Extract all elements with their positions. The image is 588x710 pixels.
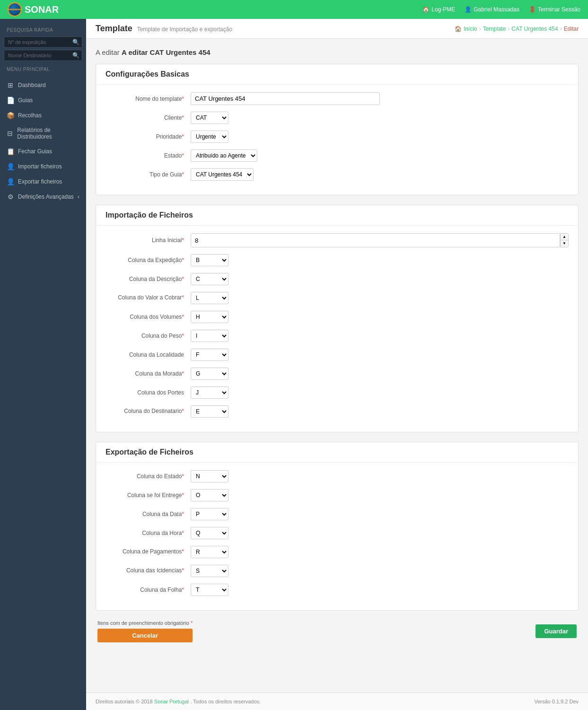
coluna-folha-control: ABCDE FGHIJ KLMNO PQRST	[191, 584, 380, 596]
coluna-portes-control: ABCDE FGHIJ	[191, 386, 380, 399]
estado-row: Estado* Atribuído ao Agente Pendente	[105, 149, 569, 162]
sidebar-item-dashboard[interactable]: ⊞ Dashboard	[0, 78, 86, 93]
coluna-destinatario-select[interactable]: ABCDE	[191, 405, 228, 418]
content-body: A editar A editar CAT Urgentes 454 Confi…	[86, 39, 588, 692]
recipient-search-input[interactable]	[4, 50, 82, 61]
sidebar-item-relatorios[interactable]: ⊟ Relatórios de Distribuidores	[0, 123, 86, 144]
nome-template-label: Nome do template*	[105, 96, 191, 102]
sidebar-item-recolhas[interactable]: 📦 Recolhas	[0, 108, 86, 123]
coluna-peso-select[interactable]: ABCDE FGHI	[191, 330, 228, 342]
coluna-foi-entregue-control: ABCDE FGHIJ KLMNO	[191, 489, 380, 501]
coluna-foi-entregue-label: Coluna se foi Entrege*	[105, 492, 191, 499]
coluna-destinatario-required: *	[182, 408, 184, 414]
estado-control: Atribuído ao Agente Pendente	[191, 149, 380, 162]
app-name: SONAR	[25, 4, 59, 15]
tipo-guia-select[interactable]: CAT Urgentes 454	[191, 168, 254, 181]
breadcrumb-editar: Editar	[564, 26, 579, 32]
coluna-portes-row: Coluna dos Portes ABCDE FGHIJ	[105, 386, 569, 399]
coluna-morada-select[interactable]: ABCDE FG	[191, 368, 228, 380]
basic-config-section: Configurações Basicas Nome do template* …	[96, 64, 579, 195]
coluna-estado-select[interactable]: ABCDE FGHIJ KLMN	[191, 470, 228, 482]
logo: SONAR	[8, 2, 59, 17]
spin-up-button[interactable]: ▲	[561, 234, 568, 240]
sidebar-item-guias[interactable]: 📄 Guias	[0, 93, 86, 108]
coluna-volumes-select[interactable]: ABCDE FGH	[191, 311, 228, 323]
breadcrumb-sep-2: ›	[508, 26, 509, 32]
cliente-label: Cliente*	[105, 114, 191, 121]
coluna-portes-select[interactable]: ABCDE FGHIJ	[191, 386, 228, 399]
coluna-valor-cobrar-select[interactable]: ABCDE FGHIJ KL	[191, 292, 228, 304]
coluna-expedicao-required: *	[182, 257, 184, 263]
importacao-title: Importação de Ficheiros	[96, 205, 578, 226]
cancel-button[interactable]: Cancelar	[97, 629, 193, 642]
brand-link[interactable]: Sonar Portugal	[154, 699, 189, 704]
coluna-localidade-row: Coluna da Localidade ABCDE F	[105, 349, 569, 361]
copyright-text: Direitos autoriais © 2018	[96, 699, 153, 704]
linha-inicial-control: ▲ ▼	[191, 233, 569, 247]
coluna-pagamentos-select[interactable]: ABCDE FGHIJ KLMNO PQR	[191, 546, 228, 558]
coluna-estado-row: Coluna do Estado* ABCDE FGHIJ KLMN	[105, 470, 569, 482]
sidebar-item-importar[interactable]: 👤 Importar ficheiros	[0, 159, 86, 174]
nome-template-required: *	[182, 96, 184, 102]
coluna-expedicao-select[interactable]: ABCDE FGHIJ	[191, 254, 228, 266]
coluna-data-control: ABCDE FGHIJ KLMNO P	[191, 508, 380, 520]
coluna-pagamentos-control: ABCDE FGHIJ KLMNO PQR	[191, 546, 380, 558]
relatorios-icon: ⊟	[7, 130, 13, 137]
coluna-localidade-label: Coluna da Localidade	[105, 351, 191, 358]
sidebar-item-definicoes[interactable]: ⚙ Definições Avançadas ‹	[0, 189, 86, 204]
cancel-col: Itens com de preenchimento obrigatório *…	[97, 620, 193, 642]
definicoes-icon: ⚙	[7, 193, 14, 201]
logo-globe-icon	[8, 2, 22, 17]
cliente-select[interactable]: CAT	[191, 112, 228, 124]
coluna-hora-select[interactable]: ABCDE FGHIJ KLMNO PQ	[191, 527, 228, 539]
prioridade-label: Prioridade*	[105, 133, 191, 140]
breadcrumb-cat-urgentes[interactable]: CAT Urgentes 454	[511, 26, 558, 32]
coluna-foi-entregue-select[interactable]: ABCDE FGHIJ KLMNO	[191, 489, 228, 501]
logout-link[interactable]: 🚪 Terminar Sessão	[529, 6, 580, 13]
edit-name: A editar CAT Urgentes 454	[122, 48, 211, 56]
sidebar-item-relatorios-label: Relatórios de Distribuidores	[17, 127, 79, 140]
log-pme-link[interactable]: 🏠 Log-PME	[422, 6, 455, 13]
coluna-data-select[interactable]: ABCDE FGHIJ KLMNO P	[191, 508, 228, 520]
user-name: Gabriel Massadas	[474, 6, 519, 13]
coluna-icidencias-control: ABCDE FGHIJ KLMNO PQRS	[191, 565, 380, 577]
nome-template-input[interactable]	[191, 92, 380, 105]
prioridade-required: *	[182, 133, 184, 140]
breadcrumb-template[interactable]: Template	[483, 26, 506, 32]
sidebar-item-exportar[interactable]: 👤 Exportar ficheiros	[0, 174, 86, 189]
log-pme-label: Log-PME	[431, 6, 455, 13]
estado-select[interactable]: Atribuído ao Agente Pendente	[191, 149, 257, 162]
sidebar-item-recolhas-label: Recolhas	[18, 112, 42, 119]
linha-inicial-input[interactable]	[191, 233, 560, 247]
expedition-search-input[interactable]	[4, 36, 82, 48]
user-link[interactable]: 👤 Gabriel Massadas	[465, 6, 519, 13]
user-icon: 👤	[465, 6, 472, 13]
recolhas-icon: 📦	[7, 112, 14, 119]
coluna-icidencias-label: Coluna das Icidencias*	[105, 567, 191, 575]
edit-title: A editar A editar CAT Urgentes 454	[96, 48, 579, 56]
page-header-left: Template Template de Importação e export…	[96, 24, 232, 34]
basic-config-title: Configurações Basicas	[96, 64, 578, 85]
coluna-descricao-select[interactable]: ABCDE FGHIJ	[191, 273, 228, 285]
form-footer: Itens com de preenchimento obrigatório *…	[96, 620, 579, 642]
coluna-icidencias-select[interactable]: ABCDE FGHIJ KLMNO PQRS	[191, 565, 228, 577]
coluna-folha-select[interactable]: ABCDE FGHIJ KLMNO PQRST	[191, 584, 228, 596]
spin-down-button[interactable]: ▼	[561, 240, 568, 247]
coluna-icidencias-required: *	[182, 567, 184, 574]
coluna-data-label: Coluna da Data*	[105, 511, 191, 517]
breadcrumb-home[interactable]: Início	[464, 26, 477, 32]
tipo-guia-row: Tipo de Guia* CAT Urgentes 454	[105, 168, 569, 181]
sidebar-item-fechar-guias-label: Fechar Guias	[18, 148, 52, 155]
coluna-localidade-select[interactable]: ABCDE F	[191, 349, 228, 361]
save-button[interactable]: Guardar	[535, 624, 577, 638]
linha-inicial-required: *	[182, 237, 184, 244]
nome-template-control	[191, 92, 380, 105]
guias-icon: 📄	[7, 96, 14, 104]
prioridade-select[interactable]: Urgente Normal	[191, 131, 228, 143]
prioridade-row: Prioridade* Urgente Normal	[105, 131, 569, 143]
coluna-morada-control: ABCDE FG	[191, 368, 380, 380]
sidebar-item-fechar-guias[interactable]: 📋 Fechar Guias	[0, 144, 86, 159]
importacao-section: Importação de Ficheiros Linha Inicial* ▲	[96, 205, 579, 432]
rights-text: . Todos os direitos reservados.	[190, 699, 261, 704]
coluna-morada-required: *	[182, 370, 184, 377]
